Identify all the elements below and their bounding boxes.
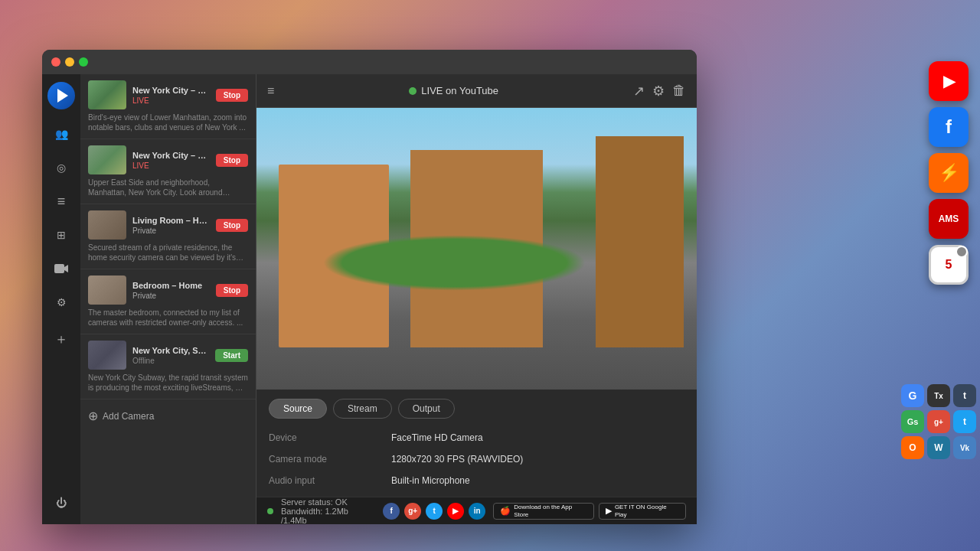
traffic-lights bbox=[51, 57, 88, 67]
tab-output[interactable]: Output bbox=[398, 399, 455, 419]
sidebar-item-list[interactable]: ≡ bbox=[47, 187, 75, 215]
video-preview bbox=[256, 108, 697, 390]
camera-thumb-nyc-birds bbox=[88, 80, 126, 109]
audio-input-label: Audio input bbox=[269, 474, 391, 487]
settings-icon[interactable]: ⚙ bbox=[652, 83, 665, 99]
mini-vk[interactable]: Vk bbox=[953, 436, 976, 459]
bandwidth-text: Bandwidth: 1.2Mb /1.4Mb bbox=[281, 507, 375, 525]
sidebar-item-power[interactable]: ⏻ bbox=[47, 489, 75, 517]
sidebar-item-video[interactable] bbox=[47, 255, 75, 282]
device-value: FaceTime HD Camera bbox=[391, 431, 684, 445]
svg-marker-1 bbox=[64, 265, 68, 272]
social-googleplus[interactable]: g+ bbox=[404, 503, 421, 520]
camera-info-living: Living Room – Home Private bbox=[132, 216, 210, 235]
camera-info-bedroom: Bedroom – Home Private bbox=[132, 281, 210, 300]
mini-gs[interactable]: Gs bbox=[901, 410, 924, 433]
camera-status-nyc-birds: LIVE bbox=[132, 96, 210, 105]
camera-name-nyc-birds: New York City – Birds Eye bbox=[132, 86, 210, 95]
stop-button-nyc-ues[interactable]: Stop bbox=[216, 154, 248, 167]
mini-googleplus2[interactable]: g+ bbox=[927, 410, 950, 433]
camera-name-living: Living Room – Home bbox=[132, 216, 210, 225]
footer: Server status: OK Bandwidth: 1.2Mb /1.4M… bbox=[256, 497, 697, 524]
camera-item-nyc-subway[interactable]: New York City, Subway Offline Start New … bbox=[80, 334, 256, 399]
mini-orange[interactable]: O bbox=[901, 436, 924, 459]
audio-input-value: Built-in Microphone bbox=[391, 474, 684, 487]
mini-text[interactable]: Tx bbox=[927, 384, 950, 407]
top-bar: ≡ LIVE on YouTube ↗ ⚙ 🗑 bbox=[256, 74, 697, 108]
social-facebook[interactable]: f bbox=[383, 503, 400, 520]
building-right bbox=[596, 136, 684, 347]
dock-facebook[interactable]: f bbox=[929, 107, 969, 147]
title-bar bbox=[42, 50, 697, 74]
tab-stream[interactable]: Stream bbox=[333, 399, 392, 419]
sidebar-item-home[interactable] bbox=[47, 82, 75, 109]
camera-info-nyc-subway: New York City, Subway Offline bbox=[132, 346, 209, 365]
sidebar-item-users[interactable]: 👥 bbox=[47, 120, 75, 148]
camera-thumb-subway bbox=[88, 341, 126, 370]
start-button-nyc-subway[interactable]: Start bbox=[215, 349, 248, 362]
camera-status-nyc-ues: LIVE bbox=[132, 161, 210, 170]
camera-desc-nyc-ues: Upper East Side and neighborhood, Manhat… bbox=[88, 178, 248, 197]
main-content: ≡ LIVE on YouTube ↗ ⚙ 🗑 bbox=[256, 74, 697, 524]
app-store-badge[interactable]: 🍎 Download on the App Store bbox=[493, 503, 594, 520]
share-icon[interactable]: ↗ bbox=[633, 83, 645, 99]
sidebar-item-settings[interactable]: ⚙ bbox=[47, 289, 75, 316]
live-dot bbox=[409, 87, 416, 95]
dock-flash[interactable]: ⚡ bbox=[929, 153, 969, 193]
sidebar-item-plus[interactable]: ＋ bbox=[47, 325, 75, 353]
dock-s5[interactable]: 5 bbox=[929, 245, 969, 285]
source-info-grid: Device FaceTime HD Camera Camera mode 12… bbox=[269, 431, 684, 487]
camera-mode-value: 980x551 30 FPS (RAWVIDEO) bbox=[391, 452, 684, 466]
right-dock: ▶ f ⚡ AMS 5 bbox=[929, 61, 969, 285]
camera-thumb-bedroom bbox=[88, 276, 126, 305]
app-body: 👥 ◎ ≡ ⊞ ⚙ ＋ ⏻ New York City – Birds Eye … bbox=[42, 74, 697, 524]
add-camera-button[interactable]: ⊕ Add Camera bbox=[80, 399, 256, 432]
mini-twitter[interactable]: t bbox=[953, 410, 976, 433]
trash-icon[interactable]: 🗑 bbox=[672, 83, 686, 99]
camera-item-bedroom[interactable]: Bedroom – Home Private Stop The master b… bbox=[80, 269, 256, 334]
camera-item-living-room[interactable]: Living Room – Home Private Stop Secured … bbox=[80, 204, 256, 269]
google-play-icon: ▶ bbox=[606, 506, 612, 516]
camera-name-nyc-ues: New York City – UES bbox=[132, 151, 210, 160]
camera-thumb-nyc-ues bbox=[88, 145, 126, 174]
social-youtube[interactable]: ▶ bbox=[447, 503, 464, 520]
camera-status-bedroom: Private bbox=[132, 292, 210, 300]
mini-tumblr[interactable]: t bbox=[953, 384, 976, 407]
minimize-button[interactable] bbox=[65, 57, 74, 67]
add-camera-icon: ⊕ bbox=[88, 409, 98, 423]
trees bbox=[322, 235, 586, 292]
camera-status-living: Private bbox=[132, 227, 210, 235]
sidebar-item-location[interactable]: ◎ bbox=[47, 154, 75, 181]
dock-youtube[interactable]: ▶ bbox=[929, 61, 969, 101]
camera-info-nyc-birds: New York City – Birds Eye LIVE bbox=[132, 86, 210, 105]
svg-rect-0 bbox=[54, 264, 64, 273]
sidebar-item-grid[interactable]: ⊞ bbox=[47, 221, 75, 249]
top-bar-actions: ↗ ⚙ 🗑 bbox=[633, 83, 686, 99]
google-play-text: GET IT ON Google Play bbox=[615, 504, 679, 518]
google-play-badge[interactable]: ▶ GET IT ON Google Play bbox=[599, 503, 686, 520]
bottom-panel: Source Stream Output Device FaceTime HD … bbox=[256, 390, 697, 497]
camera-item-nyc-birds[interactable]: New York City – Birds Eye LIVE Stop Bird… bbox=[80, 74, 256, 139]
stop-button-bedroom[interactable]: Stop bbox=[216, 284, 248, 297]
close-button[interactable] bbox=[51, 57, 60, 67]
mini-google[interactable]: G bbox=[901, 384, 924, 407]
camera-list: New York City – Birds Eye LIVE Stop Bird… bbox=[80, 74, 256, 524]
live-platform-text: LIVE on YouTube bbox=[421, 85, 498, 96]
dock-ams[interactable]: AMS bbox=[929, 199, 969, 239]
footer-social: f g+ t ▶ in bbox=[383, 503, 485, 520]
stop-button-living[interactable]: Stop bbox=[216, 219, 248, 232]
stop-button-nyc-birds[interactable]: Stop bbox=[216, 89, 248, 102]
camera-status-nyc-subway: Offline bbox=[132, 357, 209, 365]
camera-info-nyc-ues: New York City – UES LIVE bbox=[132, 151, 210, 170]
mini-wordpress[interactable]: W bbox=[927, 436, 950, 459]
social-twitter[interactable]: t bbox=[426, 503, 443, 520]
camera-thumb-living bbox=[88, 210, 126, 240]
tab-source[interactable]: Source bbox=[269, 399, 327, 419]
camera-name-nyc-subway: New York City, Subway bbox=[132, 346, 209, 355]
camera-item-nyc-ues[interactable]: New York City – UES LIVE Stop Upper East… bbox=[80, 139, 256, 204]
menu-icon[interactable]: ≡ bbox=[267, 84, 274, 98]
live-indicator: LIVE on YouTube bbox=[409, 85, 498, 96]
social-linkedin[interactable]: in bbox=[469, 503, 485, 520]
camera-mode-label: Camera mode bbox=[269, 452, 391, 466]
maximize-button[interactable] bbox=[79, 57, 88, 67]
